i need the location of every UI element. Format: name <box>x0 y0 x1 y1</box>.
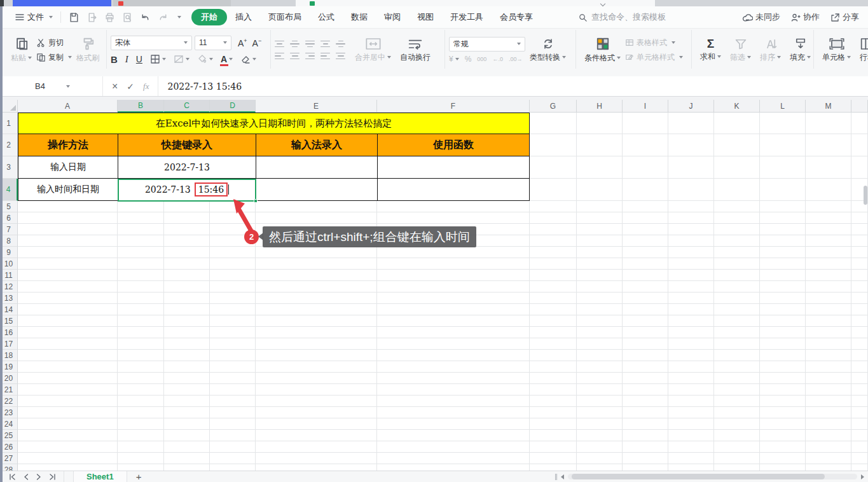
cell[interactable] <box>668 258 714 270</box>
cell[interactable] <box>530 338 577 350</box>
bold-button[interactable]: B <box>111 54 118 65</box>
column-header-H[interactable]: H <box>577 100 623 113</box>
cell[interactable] <box>377 373 530 384</box>
cell[interactable] <box>256 407 377 418</box>
cell[interactable] <box>164 235 210 247</box>
row-header-18[interactable]: 18 <box>0 350 18 361</box>
cell[interactable] <box>256 464 377 471</box>
cell-E4[interactable] <box>256 179 378 200</box>
cell[interactable] <box>18 464 118 471</box>
cell[interactable] <box>806 430 851 441</box>
format-painter-button[interactable]: 格式刷 <box>72 32 104 69</box>
cell[interactable] <box>118 293 164 304</box>
cell[interactable] <box>210 338 256 350</box>
cell[interactable] <box>668 270 714 281</box>
cell[interactable] <box>623 224 668 235</box>
cell[interactable] <box>668 384 714 396</box>
cell[interactable] <box>714 270 760 281</box>
cell[interactable] <box>118 418 164 430</box>
print-button[interactable] <box>104 12 115 23</box>
underline-button[interactable]: U <box>136 54 142 64</box>
cell[interactable] <box>577 418 623 430</box>
menu-tab-5[interactable]: 审阅 <box>376 9 409 25</box>
name-box[interactable]: B4 <box>3 76 103 96</box>
column-header-D[interactable]: D <box>210 100 256 113</box>
cell[interactable] <box>806 281 851 293</box>
cell[interactable] <box>623 430 668 441</box>
cell[interactable] <box>714 179 760 201</box>
add-sheet-button[interactable]: + <box>136 471 142 482</box>
cell[interactable] <box>210 327 256 338</box>
cell[interactable] <box>377 212 530 224</box>
scrollbar-thumb[interactable] <box>572 474 825 479</box>
cell[interactable] <box>164 373 210 384</box>
redo-button[interactable] <box>158 12 169 23</box>
cell[interactable] <box>18 373 118 384</box>
cell[interactable] <box>530 407 577 418</box>
cell[interactable] <box>118 315 164 327</box>
cell[interactable] <box>577 212 623 224</box>
table-style-button[interactable]: 表格样式 <box>625 38 683 48</box>
increase-font-button[interactable]: A+ <box>238 38 247 48</box>
cell[interactable] <box>760 315 806 327</box>
cell[interactable] <box>668 430 714 441</box>
cell[interactable] <box>164 293 210 304</box>
cell[interactable] <box>164 327 210 338</box>
cell[interactable] <box>623 373 668 384</box>
rows-cols-button[interactable]: 行和 <box>855 32 868 69</box>
cell[interactable] <box>668 453 714 464</box>
cell[interactable] <box>530 304 577 315</box>
cell[interactable] <box>806 361 851 373</box>
font-name-select[interactable]: 宋体 <box>111 36 192 50</box>
cell[interactable] <box>623 134 668 156</box>
justify-icon[interactable] <box>320 53 330 60</box>
cell[interactable] <box>623 113 668 134</box>
cell[interactable] <box>256 247 377 258</box>
cell[interactable] <box>577 350 623 361</box>
cell[interactable] <box>530 441 577 453</box>
more-commands-chevron-icon[interactable] <box>177 16 181 18</box>
undo-button[interactable] <box>140 12 151 23</box>
cell[interactable] <box>18 418 118 430</box>
align-top-icon[interactable] <box>275 41 284 48</box>
cell[interactable] <box>256 304 377 315</box>
cell[interactable] <box>530 361 577 373</box>
paste-button[interactable]: 粘贴 <box>6 32 36 69</box>
cell[interactable] <box>714 212 760 224</box>
cell[interactable] <box>577 373 623 384</box>
cell[interactable] <box>714 201 760 212</box>
row-header-17[interactable]: 17 <box>0 338 18 350</box>
sum-button[interactable]: Σ 求和 <box>696 32 726 69</box>
cell[interactable] <box>530 384 577 396</box>
cell[interactable] <box>760 293 806 304</box>
cell[interactable] <box>377 407 530 418</box>
cell[interactable] <box>164 396 210 407</box>
cell[interactable] <box>256 361 377 373</box>
cell[interactable] <box>256 441 377 453</box>
cell[interactable] <box>377 350 530 361</box>
cell[interactable] <box>668 247 714 258</box>
cell[interactable] <box>118 453 164 464</box>
cell[interactable] <box>577 304 623 315</box>
confirm-icon[interactable]: ✓ <box>127 81 134 92</box>
cell[interactable] <box>577 281 623 293</box>
split-handle-icon[interactable] <box>555 474 557 480</box>
cell[interactable] <box>530 156 577 179</box>
cell[interactable] <box>118 350 164 361</box>
eraser-button[interactable] <box>240 54 256 64</box>
cell-style-button[interactable]: 单元格样式 <box>625 52 683 63</box>
cell[interactable] <box>714 338 760 350</box>
cell[interactable] <box>118 327 164 338</box>
cell[interactable] <box>18 441 118 453</box>
cell[interactable] <box>18 350 118 361</box>
cell[interactable] <box>714 281 760 293</box>
cell[interactable] <box>851 270 868 281</box>
cell[interactable] <box>760 418 806 430</box>
cell[interactable] <box>18 315 118 327</box>
cell[interactable] <box>851 453 868 464</box>
cell[interactable] <box>377 258 530 270</box>
cell[interactable] <box>577 293 623 304</box>
type-convert-button[interactable]: 类型转换 <box>525 32 570 69</box>
last-sheet-icon[interactable] <box>49 474 56 480</box>
cell[interactable] <box>377 396 530 407</box>
